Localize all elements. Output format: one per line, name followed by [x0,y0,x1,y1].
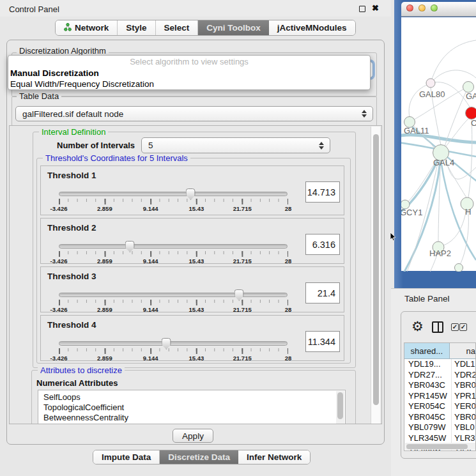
tick-label: 28 [285,257,292,265]
threshold-1-value-field[interactable]: 14.713 [305,181,340,203]
slider-tick-labels: -3.4262.8599.14415.4321.71528 [59,257,288,265]
mac-minimize-button[interactable] [418,4,426,12]
table-row[interactable]: YPR145WYPR1 [404,391,475,402]
table-data-combo[interactable]: galFiltered.sif default node [15,106,373,121]
list-item[interactable]: SelfLoops [38,392,345,403]
slider-ticks [59,348,288,354]
control-panel-tabs: Network Style Select Cyni Toolbox jActiv… [55,20,356,36]
settings-scrollbar[interactable] [371,127,380,424]
table-row[interactable]: YBR045CYBR0 [404,412,475,423]
number-of-intervals-combo[interactable]: 5 [141,137,330,153]
list-scrollbar[interactable] [336,391,344,424]
table-panel-title: Table Panel [404,294,450,303]
number-of-intervals-value: 5 [148,141,153,150]
tick-label: 9.144 [143,257,158,265]
tick-label: 2.859 [97,306,112,313]
threshold-4-value-field[interactable]: 11.344 [305,331,340,352]
checkbox-icon: ✓ [451,323,459,331]
threshold-4-panel: Threshold 4 -3.4262.8599.14415.4321.7152… [40,315,344,361]
gear-icon[interactable]: ⚙ [411,319,424,333]
threshold-2-slider[interactable] [59,244,288,249]
node-label: C [471,118,476,128]
cell-shared-name[interactable]: YDR27... [404,370,452,381]
tick-label: 2.859 [97,257,112,265]
network-node[interactable] [463,82,474,93]
scrollbar-thumb[interactable] [406,444,468,449]
tab-style[interactable]: Style [118,20,155,35]
slider-tick-labels: -3.4262.8599.14415.4321.71528 [59,306,288,314]
dropdown-item-manual-discretization[interactable]: Manual Discretization [8,68,370,79]
table-row[interactable]: YDR27...YDR2 [404,370,475,381]
tab-select[interactable]: Select [156,20,199,35]
list-item[interactable]: TopologicalCoefficient [38,403,345,413]
table-row[interactable]: YBL079WYBL0 [404,422,475,433]
cell-name[interactable]: YLR3 [452,433,475,444]
close-icon[interactable]: ✖ [372,3,379,13]
network-edge[interactable] [401,135,476,142]
table-row[interactable]: YER054CYER0 [404,401,475,412]
cell-name[interactable]: YER0 [452,401,475,412]
tab-discretize-data[interactable]: Discretize Data [160,450,238,464]
cell-name[interactable]: YBL0 [452,422,475,433]
network-node[interactable] [455,264,463,272]
columns-icon[interactable] [432,321,443,333]
tab-jactivemnodules[interactable]: jActiveMNodules [269,20,355,35]
cell-name[interactable]: YPR1 [452,391,475,402]
tab-infer-network[interactable]: Infer Network [238,450,310,464]
tab-network[interactable]: Network [56,20,118,35]
scrollbar-thumb[interactable] [373,134,379,405]
threshold-4-slider[interactable] [59,341,288,346]
list-item[interactable]: BetweennessCentrality [38,413,345,423]
column-header-name[interactable]: na [450,343,475,358]
dropdown-placeholder-item[interactable]: Select algorithm to view settings [8,56,370,68]
cell-name[interactable]: YBR0 [452,412,475,423]
threshold-3-value-field[interactable]: 21.4 [305,282,340,303]
cell-shared-name[interactable]: YLR345W [404,433,452,444]
cell-shared-name[interactable]: YER054C [404,401,452,412]
table-data-group-title: Table Data [17,91,61,101]
cell-shared-name[interactable]: YPR145W [404,391,452,402]
cell-shared-name[interactable]: YBR043C [404,380,452,391]
bottom-tabs: Impute Data Discretize Data Infer Networ… [93,450,311,464]
network-edge[interactable] [445,87,468,146]
apply-button[interactable]: Apply [173,429,213,443]
numerical-attributes-list: SelfLoops TopologicalCoefficient Between… [38,390,346,424]
cell-shared-name[interactable]: YDL19... [404,359,452,370]
dropdown-item-equal-width[interactable]: Equal Width/Frequency Discretization [8,79,370,89]
network-node[interactable] [466,107,476,119]
threshold-3-label: Threshold 3 [47,272,96,281]
tick-label: 15.43 [189,205,204,212]
threshold-2-label: Threshold 2 [47,223,96,233]
mac-close-button[interactable] [406,4,413,12]
network-edge[interactable] [431,70,476,83]
network-canvas[interactable]: GAL80GACGAL11GAL4GCY1HHAP2 [401,17,476,271]
threshold-2-value-field[interactable]: 6.316 [305,234,340,255]
table-header-row: shared... na [404,343,475,359]
network-node[interactable] [426,79,435,88]
tick-label: 15.43 [189,355,204,362]
cell-name[interactable]: YBR0 [452,380,475,391]
control-panel-title: Control Panel [9,4,59,14]
select-columns-icons[interactable]: ✓ ✓ [451,323,467,331]
table-row[interactable]: YLR345WYLR3 [404,433,475,444]
cell-name[interactable]: YDL1 [452,359,475,370]
tab-impute-data[interactable]: Impute Data [93,450,160,464]
table-row[interactable]: YDL19...YDL1 [404,359,475,370]
threshold-3-panel: Threshold 3 -3.4262.8599.14415.4321.7152… [40,266,344,312]
cell-name[interactable]: YDR2 [452,370,475,381]
network-edge[interactable] [468,119,472,197]
combo-arrows-icon [362,110,367,118]
table-hscrollbar[interactable] [405,443,476,450]
table-row[interactable]: YBR043CYBR0 [404,380,475,391]
cell-shared-name[interactable]: YBL079W [404,422,452,433]
cell-shared-name[interactable]: YBR045C [404,412,452,423]
column-header-shared-name[interactable]: shared... [404,343,450,358]
mac-zoom-button[interactable] [431,4,438,12]
threshold-1-slider[interactable] [59,192,288,196]
float-window-icon[interactable] [359,6,365,12]
tick-label: 15.43 [189,306,204,313]
threshold-3-slider[interactable] [59,293,288,297]
table-body: YDL19...YDL1YDR27...YDR2YBR043CYBR0YPR14… [404,359,475,451]
network-icon [64,23,72,33]
tab-cyni-toolbox[interactable]: Cyni Toolbox [198,20,269,35]
